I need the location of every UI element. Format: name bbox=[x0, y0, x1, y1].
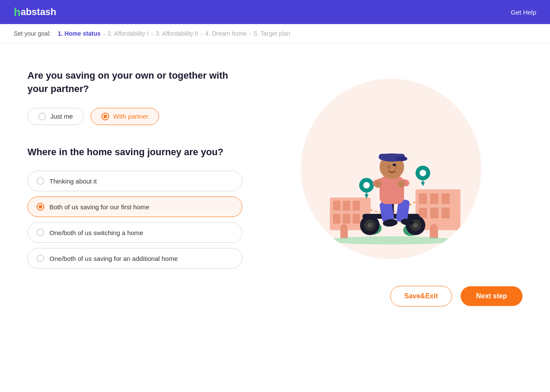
option-thinking[interactable]: Thinking about it bbox=[28, 171, 242, 191]
illustration-svg bbox=[309, 87, 473, 251]
question-2-title: Where in the home saving journey are you… bbox=[28, 146, 242, 159]
svg-point-18 bbox=[363, 182, 370, 189]
radio-dot-additional bbox=[37, 254, 44, 262]
radio-dot-thinking bbox=[37, 177, 44, 185]
journey-options: Thinking about it Both of us saving for … bbox=[28, 171, 242, 269]
option-switching-label: One/both of us switching a home bbox=[49, 229, 143, 236]
svg-point-44 bbox=[396, 156, 407, 161]
svg-point-45 bbox=[387, 165, 391, 169]
option-additional[interactable]: One/both of us saving for an additional … bbox=[28, 248, 242, 269]
save-exit-button[interactable]: Save&Exit bbox=[390, 286, 452, 306]
partner-options: Just me With partner bbox=[28, 108, 242, 125]
svg-point-39 bbox=[374, 181, 382, 188]
option-just-me-label: Just me bbox=[50, 113, 73, 120]
breadcrumb-label: Set your goal: bbox=[14, 30, 51, 37]
svg-rect-8 bbox=[419, 193, 427, 204]
svg-rect-10 bbox=[442, 193, 450, 204]
logo-h-letter: h bbox=[14, 6, 21, 19]
svg-point-40 bbox=[397, 181, 405, 188]
option-just-me[interactable]: Just me bbox=[28, 108, 84, 125]
footer: Save&Exit Next step bbox=[0, 286, 550, 324]
breadcrumb-step-1[interactable]: 1. Home status bbox=[58, 30, 101, 37]
svg-rect-5 bbox=[343, 214, 350, 224]
option-both-saving-label: Both of us saving for our first home bbox=[49, 203, 150, 211]
svg-rect-13 bbox=[442, 208, 450, 218]
next-step-button[interactable]: Next step bbox=[461, 286, 522, 306]
radio-dot-both-saving bbox=[37, 203, 44, 211]
question-1-title: Are you saving on your own or together w… bbox=[28, 69, 242, 96]
option-with-partner[interactable]: With partner bbox=[91, 108, 159, 125]
radio-dot-just-me bbox=[38, 113, 46, 120]
breadcrumb-steps: 1. Home status › 2. Affordability I › 3.… bbox=[58, 30, 290, 37]
radio-dot-switching bbox=[37, 229, 44, 236]
breadcrumb-step-5[interactable]: 5. Target plan bbox=[254, 30, 290, 37]
sep-2: › bbox=[151, 31, 153, 37]
svg-point-14 bbox=[326, 236, 456, 245]
breadcrumb: Set your goal: 1. Home status › 2. Affor… bbox=[0, 24, 550, 43]
radio-dot-with-partner bbox=[101, 113, 109, 120]
option-thinking-label: Thinking about it bbox=[49, 178, 97, 185]
logo-text: abstash bbox=[21, 6, 56, 18]
svg-point-31 bbox=[367, 223, 372, 228]
svg-rect-2 bbox=[343, 201, 350, 211]
svg-point-21 bbox=[420, 170, 426, 176]
header: h abstash Get Help bbox=[0, 0, 550, 24]
sep-3: › bbox=[201, 31, 203, 37]
illustration-circle bbox=[301, 79, 481, 259]
option-with-partner-label: With partner bbox=[113, 113, 149, 120]
svg-marker-22 bbox=[421, 182, 425, 187]
left-panel: Are you saving on your own or together w… bbox=[28, 69, 242, 269]
svg-point-28 bbox=[413, 223, 418, 228]
svg-rect-9 bbox=[430, 193, 438, 204]
main-content: Are you saving on your own or together w… bbox=[0, 43, 550, 286]
sep-4: › bbox=[249, 31, 251, 37]
logo: h abstash bbox=[14, 6, 56, 19]
svg-rect-3 bbox=[353, 201, 360, 211]
svg-rect-6 bbox=[353, 214, 360, 224]
svg-rect-1 bbox=[333, 201, 340, 211]
option-additional-label: One/both of us saving for an additional … bbox=[49, 255, 178, 262]
option-both-saving[interactable]: Both of us saving for our first home bbox=[28, 196, 242, 217]
get-help-link[interactable]: Get Help bbox=[511, 9, 536, 16]
breadcrumb-step-4[interactable]: 4. Dream home bbox=[205, 30, 247, 37]
option-switching[interactable]: One/both of us switching a home bbox=[28, 222, 242, 243]
right-panel bbox=[260, 69, 522, 269]
svg-rect-4 bbox=[333, 214, 340, 224]
sep-1: › bbox=[103, 31, 105, 37]
breadcrumb-step-2[interactable]: 2. Affordability I bbox=[107, 30, 148, 37]
svg-rect-12 bbox=[430, 208, 438, 218]
breadcrumb-step-3[interactable]: 3. Affordability II bbox=[156, 30, 198, 37]
svg-point-47 bbox=[393, 164, 396, 166]
